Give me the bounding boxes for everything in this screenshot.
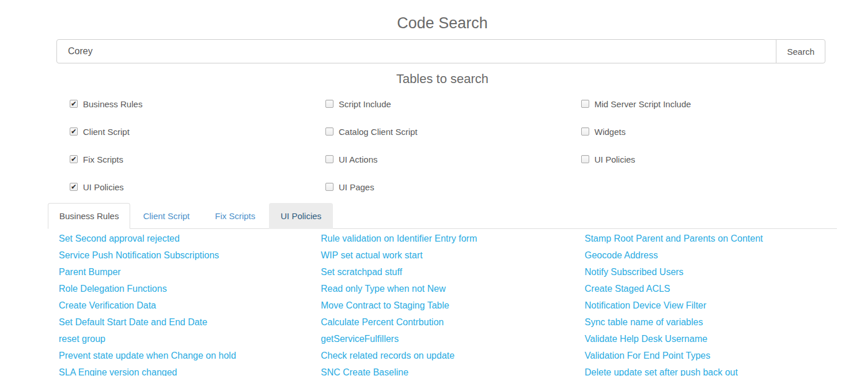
results-column: Rule validation on Identifier Entry form…: [321, 230, 585, 376]
checkbox-unchecked-icon[interactable]: [581, 127, 589, 136]
table-checkbox-business-rules[interactable]: ✔Business Rules: [70, 90, 325, 118]
result-link[interactable]: getServiceFulfillers: [321, 330, 585, 347]
table-checkbox-catalog-client-script[interactable]: Catalog Client Script: [325, 118, 581, 145]
table-checkbox-ui-actions[interactable]: UI Actions: [325, 145, 581, 173]
result-link[interactable]: Validation For End Point Types: [585, 347, 837, 364]
table-checkbox-ui-policies[interactable]: ✔UI Policies: [70, 173, 325, 201]
checkbox-checked-icon[interactable]: ✔: [70, 100, 78, 108]
code-search-app: Code Search Search Tables to search ✔Bus…: [48, 14, 837, 376]
checkbox-unchecked-icon[interactable]: [325, 127, 333, 136]
checkbox-label: Fix Scripts: [83, 155, 123, 164]
result-link[interactable]: Create Staged ACLS: [585, 280, 837, 297]
result-link[interactable]: SNC Create Baseline: [321, 364, 585, 376]
result-link[interactable]: Validate Help Desk Username: [585, 330, 837, 347]
checkbox-unchecked-icon[interactable]: [581, 155, 589, 163]
result-link[interactable]: Set Second approval rejected: [59, 230, 321, 247]
checkbox-column: ✔Business Rules✔Client Script✔Fix Script…: [70, 90, 325, 201]
tables-checkbox-grid: ✔Business Rules✔Client Script✔Fix Script…: [48, 90, 837, 201]
results-column: Set Second approval rejectedService Push…: [59, 230, 321, 376]
table-checkbox-mid-server-script-include[interactable]: Mid Server Script Include: [581, 90, 837, 118]
checkbox-label: UI Policies: [594, 155, 635, 164]
result-link[interactable]: Prevent state update when Change on hold: [59, 347, 321, 364]
tab-client-script[interactable]: Client Script: [131, 203, 201, 229]
result-link[interactable]: Role Delegation Functions: [59, 280, 321, 297]
tab-business-rules[interactable]: Business Rules: [48, 203, 130, 229]
result-link[interactable]: Notify Subscribed Users: [585, 264, 837, 280]
checkbox-unchecked-icon[interactable]: [325, 183, 333, 191]
result-link[interactable]: Check related records on update: [321, 347, 585, 364]
tables-to-search-heading: Tables to search: [48, 72, 837, 87]
result-link[interactable]: reset group: [59, 330, 321, 347]
checkbox-label: UI Pages: [339, 182, 374, 192]
table-checkbox-fix-scripts[interactable]: ✔Fix Scripts: [70, 145, 325, 173]
checkbox-column: Mid Server Script IncludeWidgetsUI Polic…: [581, 90, 837, 201]
tab-fix-scripts[interactable]: Fix Scripts: [203, 203, 267, 229]
checkbox-unchecked-icon[interactable]: [581, 100, 589, 108]
result-link[interactable]: Create Verification Data: [59, 297, 321, 314]
result-link[interactable]: Notification Device View Filter: [585, 297, 837, 314]
search-bar: Search: [56, 39, 825, 63]
result-link[interactable]: Sync table name of variables: [585, 314, 837, 330]
search-button[interactable]: Search: [776, 39, 825, 63]
checkbox-label: UI Policies: [83, 182, 124, 192]
search-input[interactable]: [56, 39, 776, 63]
result-link[interactable]: Read only Type when not New: [321, 280, 585, 297]
result-link[interactable]: Parent Bumper: [59, 264, 321, 280]
result-link[interactable]: SLA Engine version changed: [59, 364, 321, 376]
checkbox-label: Script Include: [339, 99, 391, 109]
checkbox-checked-icon[interactable]: ✔: [70, 183, 78, 191]
result-link[interactable]: Service Push Notification Subscriptions: [59, 247, 321, 264]
checkbox-label: Widgets: [594, 127, 626, 137]
tab-ui-policies[interactable]: UI Policies: [269, 203, 333, 229]
result-link[interactable]: Set scratchpad stuff: [321, 264, 585, 280]
table-checkbox-widgets[interactable]: Widgets: [581, 118, 837, 145]
checkbox-label: Catalog Client Script: [339, 127, 418, 137]
table-checkbox-ui-policies[interactable]: UI Policies: [581, 145, 837, 173]
checkbox-checked-icon[interactable]: ✔: [70, 127, 78, 136]
result-tabs: Business RulesClient ScriptFix ScriptsUI…: [48, 203, 837, 229]
checkbox-label: Mid Server Script Include: [594, 99, 691, 109]
checkbox-checked-icon[interactable]: ✔: [70, 155, 78, 163]
checkbox-label: Client Script: [83, 127, 130, 137]
checkbox-label: UI Actions: [339, 155, 378, 164]
result-link[interactable]: Delete update set after push back out: [585, 364, 837, 376]
results-column: Stamp Root Parent and Parents on Content…: [585, 230, 837, 376]
table-checkbox-script-include[interactable]: Script Include: [325, 90, 581, 118]
page-title: Code Search: [48, 14, 837, 32]
checkbox-unchecked-icon[interactable]: [325, 155, 333, 163]
checkbox-unchecked-icon[interactable]: [325, 100, 333, 108]
result-link[interactable]: Set Default Start Date and End Date: [59, 314, 321, 330]
table-checkbox-client-script[interactable]: ✔Client Script: [70, 118, 325, 145]
result-link[interactable]: Rule validation on Identifier Entry form: [321, 230, 585, 247]
result-link[interactable]: Geocode Address: [585, 247, 837, 264]
checkbox-column: Script IncludeCatalog Client ScriptUI Ac…: [325, 90, 581, 201]
table-checkbox-ui-pages[interactable]: UI Pages: [325, 173, 581, 201]
checkbox-label: Business Rules: [83, 99, 142, 109]
results-grid: Set Second approval rejectedService Push…: [48, 229, 837, 376]
result-link[interactable]: WIP set actual work start: [321, 247, 585, 264]
result-link[interactable]: Move Contract to Staging Table: [321, 297, 585, 314]
result-link[interactable]: Calculate Percent Contrbution: [321, 314, 585, 330]
result-link[interactable]: Stamp Root Parent and Parents on Content: [585, 230, 837, 247]
